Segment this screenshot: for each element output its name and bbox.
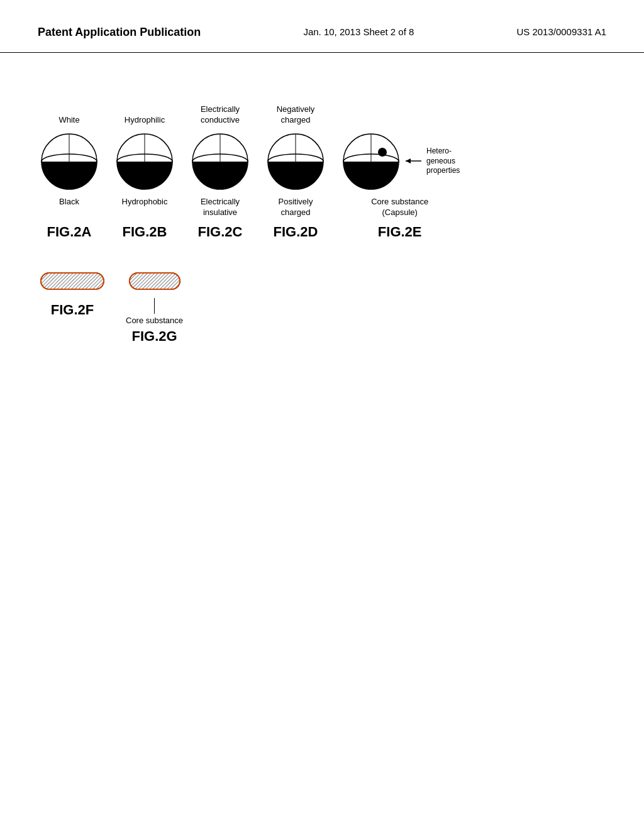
fig2b-bottom-label: Hydrophobic <box>122 197 168 219</box>
fig2f-caption: FIG.2F <box>51 302 94 318</box>
fig2e-caption: FIG.2E <box>378 224 422 240</box>
publication-title: Patent Application Publication <box>38 25 201 40</box>
fig2b: Hydrophilic Hydrophobic FIG.2B <box>113 103 176 240</box>
figures-row-1: White Black FIG.2A Hydrophilic <box>38 103 606 240</box>
fig2d-caption: FIG.2D <box>274 224 318 240</box>
svg-marker-17 <box>406 158 411 163</box>
svg-rect-22 <box>130 273 180 289</box>
publication-date-sheet: Jan. 10, 2013 Sheet 2 of 8 <box>303 25 414 40</box>
fig2a: White Black FIG.2A <box>38 103 101 240</box>
fig2a-top-label: White <box>58 103 79 125</box>
main-content: White Black FIG.2A Hydrophilic <box>0 53 644 370</box>
fig2c-top-label: Electricallyconductive <box>201 103 240 125</box>
fig2c-caption: FIG.2C <box>198 224 243 240</box>
publication-number: US 2013/0009331 A1 <box>516 25 606 40</box>
fig2d-top-label: Negativelycharged <box>277 103 315 125</box>
figures-row-2: FIG.2F Core substance F <box>38 265 606 345</box>
fig2f: FIG.2F <box>38 265 107 318</box>
fig2e: Hetero-geneousproperties Core substance(… <box>340 103 460 240</box>
fig2a-bottom-label: Black <box>59 197 79 219</box>
fig2a-caption: FIG.2A <box>47 224 92 240</box>
fig2d-bottom-label: Positivelycharged <box>279 197 313 219</box>
fig2e-right-label: Hetero-geneousproperties <box>426 147 460 176</box>
fig2e-bottom-label: Core substance(Capsule) <box>371 197 428 219</box>
fig2c-bottom-label: Electricallyinsulative <box>201 197 240 219</box>
svg-rect-19 <box>41 273 104 289</box>
page-header: Patent Application Publication Jan. 10, … <box>0 0 644 53</box>
fig2g-container: Core substance FIG.2G <box>126 265 183 345</box>
fig2b-caption: FIG.2B <box>123 224 167 240</box>
fig2d: Negativelycharged Positivelycharged FIG.… <box>264 103 327 240</box>
fig2b-top-label: Hydrophilic <box>125 103 165 125</box>
svg-point-15 <box>378 148 387 157</box>
fig2g-caption: FIG.2G <box>131 328 177 345</box>
core-substance-label: Core substance <box>126 316 183 325</box>
fig2c: Electricallyconductive Electricallyinsul… <box>189 103 252 240</box>
